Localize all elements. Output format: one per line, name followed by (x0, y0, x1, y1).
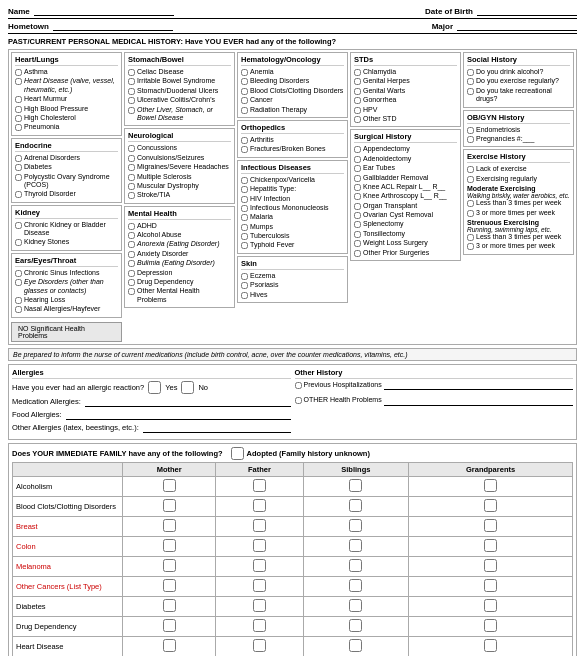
cb-nasal[interactable] (15, 306, 22, 313)
cb-oc-gp[interactable] (484, 579, 497, 592)
cb-drug-dep[interactable] (128, 279, 135, 286)
cb-bc-gp[interactable] (484, 499, 497, 512)
cb-br-father[interactable] (253, 519, 266, 532)
cb-chickenpox[interactable] (241, 177, 248, 184)
cb-alcohol-abuse[interactable] (128, 232, 135, 239)
cb-mumps[interactable] (241, 224, 248, 231)
cb-oc-father[interactable] (253, 579, 266, 592)
cb-typhoid[interactable] (241, 242, 248, 249)
cb-allergy-no[interactable] (181, 381, 194, 394)
cb-ovarian-cyst[interactable] (354, 212, 361, 219)
cb-alc-father[interactable] (253, 479, 266, 492)
cb-diab-gp[interactable] (484, 599, 497, 612)
cb-genital-warts[interactable] (354, 88, 361, 95)
cb-colon-mother[interactable] (163, 539, 176, 552)
cb-diab-mother[interactable] (163, 599, 176, 612)
cb-knee-arthro[interactable] (354, 193, 361, 200)
cb-dd-gp[interactable] (484, 619, 497, 632)
cb-tonsil[interactable] (354, 231, 361, 238)
cb-colon-father[interactable] (253, 539, 266, 552)
cb-bc-siblings[interactable] (349, 499, 362, 512)
cb-preg[interactable] (467, 136, 474, 143)
cb-colon-gp[interactable] (484, 539, 497, 552)
cb-endo[interactable] (467, 127, 474, 134)
cb-ulcers[interactable] (128, 88, 135, 95)
cb-seizures[interactable] (128, 155, 135, 162)
cb-dd-mother[interactable] (163, 619, 176, 632)
cb-knee-acl[interactable] (354, 184, 361, 191)
cb-chlamydia[interactable] (354, 69, 361, 76)
cb-muscular-dys[interactable] (128, 183, 135, 190)
cb-colon-siblings[interactable] (349, 539, 362, 552)
cb-psoriasis[interactable] (241, 282, 248, 289)
cb-hepatitis[interactable] (241, 186, 248, 193)
cb-mel-mother[interactable] (163, 559, 176, 572)
cb-str-freq2[interactable] (467, 243, 474, 250)
cb-concussions[interactable] (128, 145, 135, 152)
cb-bleeding[interactable] (241, 78, 248, 85)
cb-eye[interactable] (15, 279, 22, 286)
cb-heart-murmur[interactable] (15, 96, 22, 103)
cb-mel-gp[interactable] (484, 559, 497, 572)
cb-pcos[interactable] (15, 174, 22, 181)
cb-dd-siblings[interactable] (349, 619, 362, 632)
cb-hearing[interactable] (15, 297, 22, 304)
cb-anemia[interactable] (241, 69, 248, 76)
cb-alc-siblings[interactable] (349, 479, 362, 492)
cb-migraines[interactable] (128, 164, 135, 171)
cb-drugs[interactable] (467, 88, 474, 95)
cb-colitis[interactable] (128, 97, 135, 104)
cb-adhd[interactable] (128, 223, 135, 230)
cb-dd-father[interactable] (253, 619, 266, 632)
cb-anorexia[interactable] (128, 241, 135, 248)
cb-blood-clots[interactable] (241, 88, 248, 95)
cb-arthritis[interactable] (241, 137, 248, 144)
cb-stroke[interactable] (128, 192, 135, 199)
cb-str-freq1[interactable] (467, 234, 474, 241)
cb-mono[interactable] (241, 205, 248, 212)
cb-drink[interactable] (467, 69, 474, 76)
cb-other-bowel[interactable] (128, 107, 135, 114)
cb-ear-tubes[interactable] (354, 165, 361, 172)
cb-sinus[interactable] (15, 270, 22, 277)
cb-br-mother[interactable] (163, 519, 176, 532)
cb-br-siblings[interactable] (349, 519, 362, 532)
cb-kidney-stones[interactable] (15, 239, 22, 246)
cb-diab-siblings[interactable] (349, 599, 362, 612)
cb-exercise-reg[interactable] (467, 78, 474, 85)
cb-mod-freq1[interactable] (467, 200, 474, 207)
cb-adopted[interactable] (231, 447, 244, 460)
cb-asthma[interactable] (15, 69, 22, 76)
cb-diabetes-e[interactable] (15, 164, 22, 171)
cb-gonorrhea[interactable] (354, 97, 361, 104)
cb-gallbladder[interactable] (354, 175, 361, 182)
cb-anxiety[interactable] (128, 251, 135, 258)
cb-bulimia[interactable] (128, 260, 135, 267)
cb-thyroid[interactable] (15, 191, 22, 198)
cb-mel-siblings[interactable] (349, 559, 362, 572)
cb-bc-father[interactable] (253, 499, 266, 512)
cb-other-std[interactable] (354, 116, 361, 123)
cb-organ-transplant[interactable] (354, 203, 361, 210)
cb-heart-disease[interactable] (15, 78, 22, 85)
cb-alc-mother[interactable] (163, 479, 176, 492)
cb-oc-siblings[interactable] (349, 579, 362, 592)
cb-hives[interactable] (241, 292, 248, 299)
cb-hbp[interactable] (15, 106, 22, 113)
cb-hd-father[interactable] (253, 639, 266, 652)
cb-appendectomy[interactable] (354, 146, 361, 153)
cb-cancer[interactable] (241, 97, 248, 104)
cb-ms[interactable] (128, 174, 135, 181)
cb-high-chol[interactable] (15, 115, 22, 122)
cb-hd-siblings[interactable] (349, 639, 362, 652)
cb-celiac[interactable] (128, 69, 135, 76)
cb-ibs[interactable] (128, 78, 135, 85)
cb-hd-mother[interactable] (163, 639, 176, 652)
cb-lack-exercise[interactable] (467, 166, 474, 173)
cb-diab-father[interactable] (253, 599, 266, 612)
cb-genital-herpes[interactable] (354, 78, 361, 85)
cb-oc-mother[interactable] (163, 579, 176, 592)
cb-splenectomy[interactable] (354, 221, 361, 228)
cb-malaria[interactable] (241, 214, 248, 221)
cb-other-health[interactable] (295, 397, 302, 404)
